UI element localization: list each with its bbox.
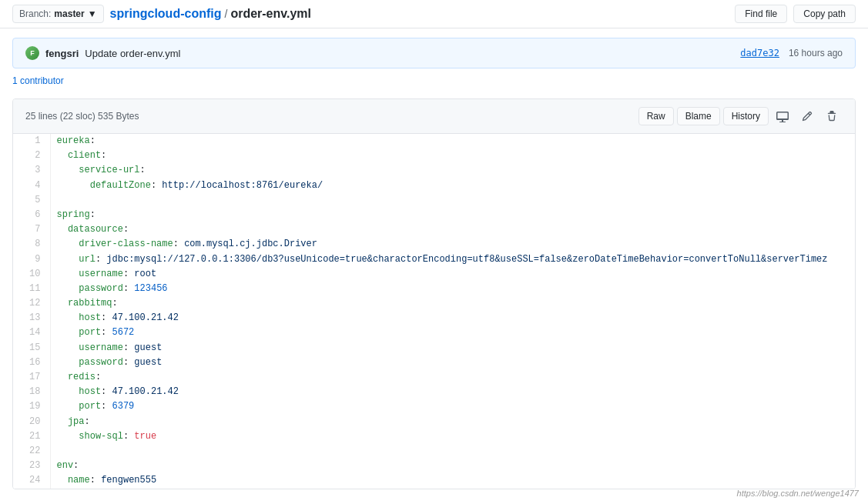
table-row: 13 host: 47.100.21.42 <box>13 311 855 325</box>
line-number: 9 <box>13 252 50 267</box>
line-content <box>50 444 855 459</box>
line-number: 16 <box>13 355 50 370</box>
line-number: 7 <box>13 222 50 237</box>
line-content: client: <box>50 149 855 163</box>
line-content <box>50 193 855 208</box>
line-number: 18 <box>13 385 50 399</box>
commit-time: 16 hours ago <box>789 48 843 58</box>
filename: order-env.yml <box>230 7 311 21</box>
table-row: 17 redis: <box>13 370 855 385</box>
line-number: 8 <box>13 237 50 252</box>
line-number: 5 <box>13 193 50 208</box>
commit-message: Update order-env.yml <box>85 48 180 59</box>
line-content: host: 47.100.21.42 <box>50 311 855 325</box>
line-content: datasource: <box>50 222 855 237</box>
line-number: 19 <box>13 399 50 414</box>
table-row: 24 name: fengwen555 <box>13 473 855 488</box>
line-content: env: <box>50 459 855 473</box>
line-content: driver-class-name: com.mysql.cj.jdbc.Dri… <box>50 237 855 252</box>
commit-hash[interactable]: dad7e32 <box>740 48 779 58</box>
table-row: 9 url: jdbc:mysql://127.0.0.1:3306/db3?u… <box>13 252 855 267</box>
table-row: 1eureka: <box>13 134 855 149</box>
line-content: spring: <box>50 208 855 222</box>
table-row: 3 service-url: <box>13 163 855 178</box>
table-row: 6spring: <box>13 208 855 222</box>
line-number: 15 <box>13 341 50 355</box>
line-content: password: 123456 <box>50 282 855 296</box>
desktop-icon[interactable] <box>772 105 793 127</box>
table-row: 12 rabbitmq: <box>13 296 855 311</box>
line-number: 1 <box>13 134 50 149</box>
commit-bar: F fengsri Update order-env.yml dad7e32 1… <box>12 38 856 68</box>
line-number: 12 <box>13 296 50 311</box>
table-row: 15 username: guest <box>13 341 855 355</box>
commit-bar-right: dad7e32 16 hours ago <box>740 48 843 58</box>
line-number: 17 <box>13 370 50 385</box>
line-number: 3 <box>13 163 50 178</box>
code-table: 1eureka:2 client:3 service-url:4 default… <box>13 134 855 489</box>
file-meta: 25 lines (22 sloc) 535 Bytes <box>25 111 139 122</box>
repo-link[interactable]: springcloud-config <box>110 7 222 21</box>
line-content: port: 5672 <box>50 325 855 340</box>
table-row: 4 defaultZone: http://localhost:8761/eur… <box>13 179 855 193</box>
find-file-button[interactable]: Find file <box>735 5 787 23</box>
copy-path-button[interactable]: Copy path <box>793 5 856 23</box>
contributor-bar: 1 contributor <box>0 68 868 92</box>
commit-user[interactable]: fengsri <box>45 48 79 59</box>
file-header: 25 lines (22 sloc) 535 Bytes Raw Blame H… <box>13 99 855 134</box>
history-button[interactable]: History <box>723 107 769 125</box>
table-row: 10 username: root <box>13 267 855 282</box>
line-content: rabbitmq: <box>50 296 855 311</box>
contributor-link[interactable]: 1 contributor <box>12 75 64 86</box>
table-row: 14 port: 5672 <box>13 325 855 340</box>
line-content: redis: <box>50 370 855 385</box>
page-wrapper: Branch: master ▼ springcloud-config / or… <box>0 0 868 504</box>
watermark: https://blog.csdn.net/wenge1477 <box>737 489 859 498</box>
line-number: 6 <box>13 208 50 222</box>
branch-select[interactable]: Branch: master ▼ <box>12 5 104 23</box>
line-content: jpa: <box>50 415 855 429</box>
top-bar-right: Find file Copy path <box>735 5 856 23</box>
blame-button[interactable]: Blame <box>677 107 720 125</box>
table-row: 11 password: 123456 <box>13 282 855 296</box>
top-bar: Branch: master ▼ springcloud-config / or… <box>0 0 868 28</box>
table-row: 20 jpa: <box>13 415 855 429</box>
line-number: 2 <box>13 149 50 163</box>
line-content: url: jdbc:mysql://127.0.0.1:3306/db3?use… <box>50 252 855 267</box>
line-number: 4 <box>13 179 50 193</box>
file-container: 25 lines (22 sloc) 535 Bytes Raw Blame H… <box>12 98 856 489</box>
line-number: 22 <box>13 444 50 459</box>
branch-label: Branch: <box>19 8 51 19</box>
raw-button[interactable]: Raw <box>638 107 674 125</box>
line-content: show-sql: true <box>50 429 855 444</box>
line-number: 24 <box>13 473 50 488</box>
line-number: 10 <box>13 267 50 282</box>
line-content: defaultZone: http://localhost:8761/eurek… <box>50 179 855 193</box>
table-row: 23env: <box>13 459 855 473</box>
table-row: 5 <box>13 193 855 208</box>
line-number: 13 <box>13 311 50 325</box>
line-number: 14 <box>13 325 50 340</box>
table-row: 19 port: 6379 <box>13 399 855 414</box>
line-content: password: guest <box>50 355 855 370</box>
table-row: 21 show-sql: true <box>13 429 855 444</box>
breadcrumb: springcloud-config / order-env.yml <box>110 7 311 21</box>
edit-icon[interactable] <box>796 105 818 127</box>
line-content: username: root <box>50 267 855 282</box>
top-bar-left: Branch: master ▼ springcloud-config / or… <box>12 5 311 23</box>
line-number: 11 <box>13 282 50 296</box>
line-content: eureka: <box>50 134 855 149</box>
delete-icon[interactable] <box>821 105 843 127</box>
path-separator: / <box>224 8 227 20</box>
table-row: 18 host: 47.100.21.42 <box>13 385 855 399</box>
table-row: 16 password: guest <box>13 355 855 370</box>
table-row: 7 datasource: <box>13 222 855 237</box>
avatar: F <box>25 46 39 60</box>
line-number: 23 <box>13 459 50 473</box>
table-row: 8 driver-class-name: com.mysql.cj.jdbc.D… <box>13 237 855 252</box>
branch-name: master <box>54 8 84 19</box>
file-actions: Raw Blame History <box>638 105 843 127</box>
table-row: 22 <box>13 444 855 459</box>
table-row: 2 client: <box>13 149 855 163</box>
commit-bar-left: F fengsri Update order-env.yml <box>25 46 180 60</box>
